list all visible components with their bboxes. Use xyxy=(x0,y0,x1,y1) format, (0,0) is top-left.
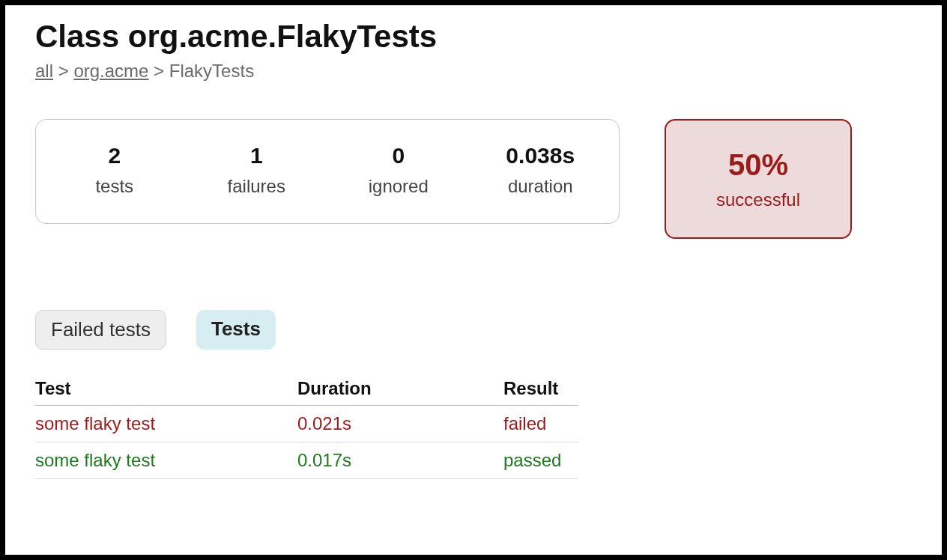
cell-result: failed xyxy=(503,406,578,442)
metric-duration: 0.038s duration xyxy=(484,143,596,197)
cell-test: some flaky test xyxy=(35,406,297,442)
metric-value: 0.038s xyxy=(484,143,596,168)
summary-box: 2 tests 1 failures 0 ignored 0.038s dura… xyxy=(35,119,620,224)
metric-label: ignored xyxy=(342,176,455,197)
metric-tests: 2 tests xyxy=(58,143,171,197)
success-box: 50% successful xyxy=(665,119,852,239)
tab-failed-tests[interactable]: Failed tests xyxy=(35,310,166,350)
success-percent: 50% xyxy=(728,148,788,182)
results-table: Test Duration Result some flaky test 0.0… xyxy=(35,372,578,479)
success-label: successful xyxy=(716,189,800,210)
summary-row: 2 tests 1 failures 0 ignored 0.038s dura… xyxy=(35,119,912,239)
breadcrumb-all[interactable]: all xyxy=(35,61,53,81)
col-test: Test xyxy=(35,372,297,406)
report-frame: Class org.acme.FlakyTests all > org.acme… xyxy=(0,0,947,560)
metric-value: 0 xyxy=(342,143,455,168)
metric-value: 1 xyxy=(200,143,312,168)
metric-label: failures xyxy=(200,176,312,197)
metric-failures: 1 failures xyxy=(200,143,312,197)
cell-duration: 0.021s xyxy=(297,406,503,442)
table-row: some flaky test 0.017s passed xyxy=(35,442,578,479)
breadcrumb-sep: > xyxy=(148,61,169,81)
table-row: some flaky test 0.021s failed xyxy=(35,406,578,442)
breadcrumb: all > org.acme > FlakyTests xyxy=(35,61,912,82)
table-header-row: Test Duration Result xyxy=(35,372,578,406)
page-title: Class org.acme.FlakyTests xyxy=(35,19,912,55)
metric-label: tests xyxy=(58,176,171,197)
cell-result: passed xyxy=(503,442,578,479)
breadcrumb-sep: > xyxy=(53,61,73,81)
metric-label: duration xyxy=(484,176,596,197)
col-result: Result xyxy=(503,372,578,406)
tab-tests[interactable]: Tests xyxy=(196,310,276,350)
breadcrumb-package[interactable]: org.acme xyxy=(73,61,148,81)
cell-test: some flaky test xyxy=(35,442,297,479)
tabs: Failed tests Tests xyxy=(35,310,912,350)
metric-ignored: 0 ignored xyxy=(342,143,455,197)
metric-value: 2 xyxy=(58,143,171,168)
breadcrumb-current: FlakyTests xyxy=(169,61,254,81)
col-duration: Duration xyxy=(297,372,503,406)
cell-duration: 0.017s xyxy=(297,442,503,479)
